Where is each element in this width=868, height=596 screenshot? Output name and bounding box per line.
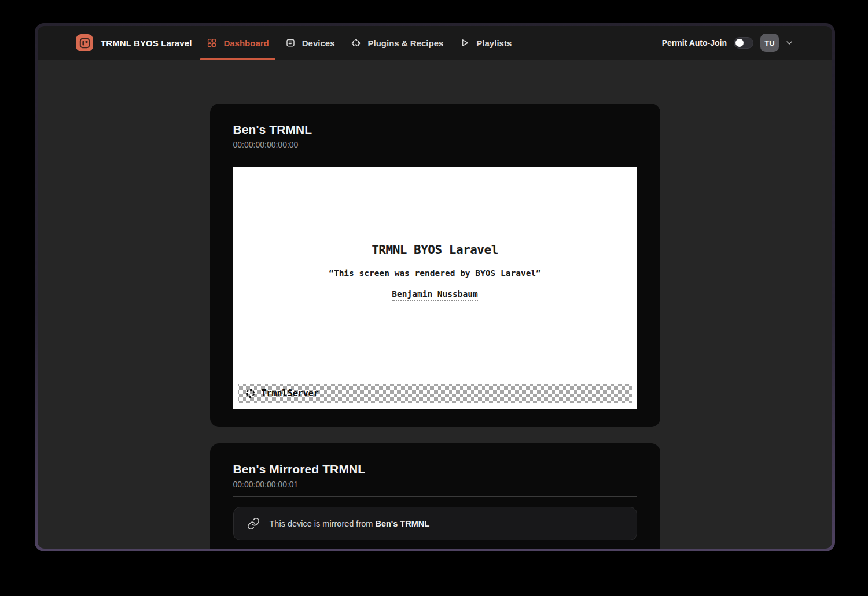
permit-auto-join-label: Permit Auto-Join <box>662 38 727 47</box>
app-window-frame: TRMNL BYOS Laravel Dashboard <box>35 23 835 551</box>
device-name: Ben's TRMNL <box>233 123 637 137</box>
devices-icon <box>285 38 296 48</box>
permit-auto-join-toggle[interactable] <box>734 37 753 49</box>
app-logo[interactable] <box>76 34 93 51</box>
divider <box>233 496 637 497</box>
device-mac-address: 00:00:00:00:00:00 <box>233 140 637 149</box>
tab-plugins-recipes[interactable]: Plugins & Recipes <box>344 26 450 60</box>
screen-author: Benjamin Nussbaum <box>392 289 477 301</box>
tab-label: Dashboard <box>223 38 269 48</box>
trmnl-logo-icon <box>79 37 91 49</box>
spinner-icon <box>245 388 256 399</box>
app-window: TRMNL BYOS Laravel Dashboard <box>38 26 832 549</box>
tab-label: Devices <box>302 38 335 48</box>
app-title: TRMNL BYOS Laravel <box>101 38 192 48</box>
tab-label: Playlists <box>476 38 512 48</box>
link-icon <box>247 517 260 530</box>
tab-dashboard[interactable]: Dashboard <box>200 26 275 60</box>
main-nav: Dashboard Devices <box>198 26 520 60</box>
play-icon <box>459 38 470 48</box>
toggle-knob <box>735 39 744 47</box>
device-card: Ben's Mirrored TRMNL 00:00:00:00:00:01 T… <box>210 443 660 549</box>
desktop-background: TRMNL BYOS Laravel Dashboard <box>0 0 868 596</box>
device-card: Ben's TRMNL 00:00:00:00:00:00 TRMNL BYOS… <box>210 104 660 427</box>
chevron-down-icon[interactable] <box>785 38 794 47</box>
tab-playlists[interactable]: Playlists <box>453 26 518 60</box>
screen-status-bar: TrmnlServer <box>238 384 632 403</box>
puzzle-icon <box>351 38 361 48</box>
tab-label: Plugins & Recipes <box>367 38 443 48</box>
mirror-source-device: Ben's TRMNL <box>375 519 429 528</box>
screen-title: TRMNL BYOS Laravel <box>372 243 498 257</box>
screen-status-label: TrmnlServer <box>262 388 319 399</box>
dashboard-grid-icon <box>207 38 217 48</box>
divider <box>233 157 637 157</box>
screen-quote: “This screen was rendered by BYOS Larave… <box>329 268 541 278</box>
top-navigation-bar: TRMNL BYOS Laravel Dashboard <box>38 26 832 60</box>
mirror-message: This device is mirrored from Ben's TRMNL <box>270 519 430 528</box>
mirror-info-box: This device is mirrored from Ben's TRMNL <box>233 507 637 540</box>
device-mac-address: 00:00:00:00:00:01 <box>233 480 637 489</box>
device-screen-preview: TRMNL BYOS Laravel “This screen was rend… <box>233 167 637 409</box>
user-avatar[interactable]: TU <box>760 34 779 52</box>
device-name: Ben's Mirrored TRMNL <box>233 462 637 476</box>
mirror-message-prefix: This device is mirrored from <box>270 519 376 528</box>
tab-devices[interactable]: Devices <box>279 26 341 60</box>
dashboard-content: Ben's TRMNL 00:00:00:00:00:00 TRMNL BYOS… <box>38 60 832 549</box>
